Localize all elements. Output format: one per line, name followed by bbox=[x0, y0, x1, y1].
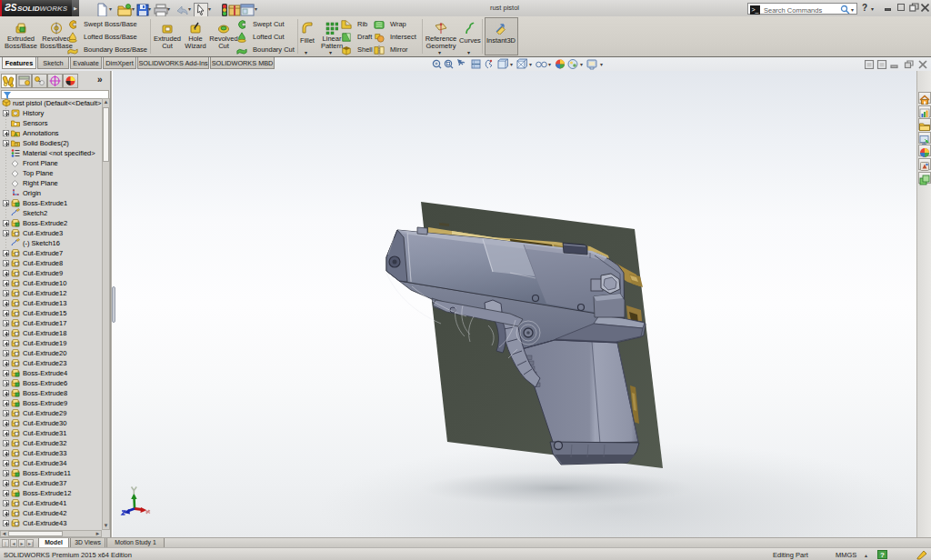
svg-text:▾: ▾ bbox=[548, 62, 551, 67]
svg-text:A: A bbox=[14, 132, 18, 137]
svg-text:▾: ▾ bbox=[510, 62, 513, 67]
svg-text:▾: ▾ bbox=[529, 62, 532, 67]
svg-text:▾: ▾ bbox=[580, 62, 583, 67]
svg-text:▾: ▾ bbox=[600, 62, 603, 67]
